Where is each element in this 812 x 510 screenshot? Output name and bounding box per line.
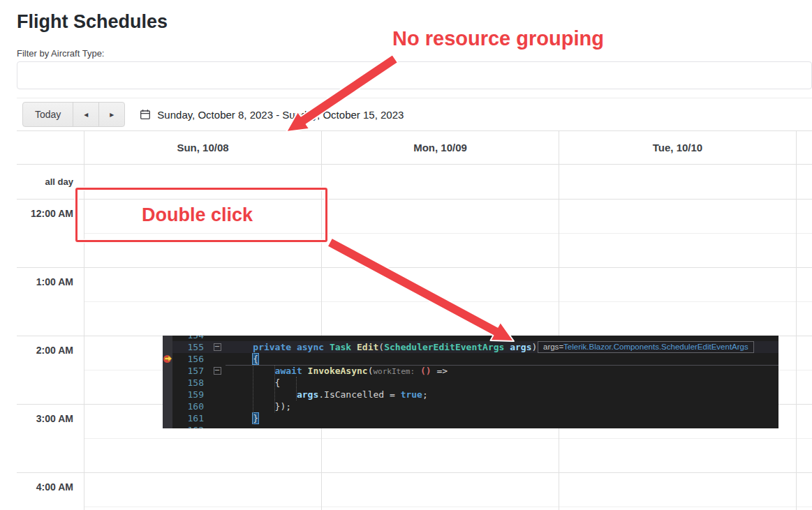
header-time-spacer [17,131,84,164]
today-button[interactable]: Today [22,102,73,127]
indent-guide [253,353,253,424]
time-slot[interactable] [84,473,321,510]
day-header-next [796,131,812,164]
time-slot[interactable] [796,200,812,267]
datatip-value: Telerik.Blazor.Components.SchedulerEditE… [563,341,748,353]
time-label: 1:00 AM [17,268,84,336]
indent-guide [274,365,275,412]
line-number: 162 [172,424,209,428]
line-number: 158 [172,377,209,389]
code-editor-screenshot: 154155− private async Task Edit(Schedule… [163,336,778,428]
code-line: 162 [163,424,778,428]
time-slot[interactable] [559,200,796,267]
datatip-variable: args [543,341,559,353]
chevron-right-icon: ▸ [110,110,114,119]
current-statement-arrow-icon [164,354,172,363]
time-label: 12:00 AM [17,200,84,267]
datatip-equals: = [559,341,563,353]
code-fold-icon: − [214,367,221,375]
time-label: 2:00 AM [17,336,84,404]
line-number: 160 [172,400,209,412]
code-line: 159 args.IsCancelled = true; [163,389,778,400]
prev-button[interactable]: ◂ [73,102,99,127]
double-click-annotation: Double click [142,204,253,226]
flight-scheduler: Today ◂ ▸ Sunday, October 8, 2023 - Sund… [17,98,812,510]
page-title: Flight Schedules [17,11,168,33]
code-line: 160 }); [163,400,778,412]
current-line-separator [226,365,778,366]
line-number: 156 [172,353,209,365]
all-day-cell[interactable] [559,165,796,199]
all-day-cell[interactable] [796,165,812,199]
time-slot[interactable] [796,405,812,472]
day-header-tue: Tue, 10/10 [559,131,796,164]
time-slot[interactable] [321,473,559,510]
time-slot[interactable] [321,200,559,267]
time-label: 3:00 AM [17,405,84,472]
line-number: 154 [172,336,209,341]
nav-button-group: Today ◂ ▸ [22,102,125,127]
line-number: 157 [172,365,209,377]
time-slot[interactable] [796,268,812,336]
time-slot[interactable] [84,268,321,336]
code-fold-icon: − [214,343,221,351]
time-slot[interactable] [559,268,796,336]
calendar-icon [140,109,151,120]
scheduler-toolbar: Today ◂ ▸ Sunday, October 8, 2023 - Sund… [17,98,812,131]
debugger-datatip: args = Telerik.Blazor.Components.Schedul… [538,341,754,353]
hour-row: 1:00 AM [17,268,812,336]
time-slot[interactable] [796,473,812,510]
line-number: 155 [172,341,209,353]
indent-guide [296,377,297,400]
time-label: 4:00 AM [17,473,84,510]
code-line: 154 [163,336,778,341]
line-number: 161 [172,412,209,424]
code-line: 161 } [163,412,778,424]
day-header-mon: Mon, 10/09 [321,131,559,164]
day-header-sun: Sun, 10/08 [84,131,321,164]
all-day-label: all day [17,165,84,199]
aircraft-type-filter-input[interactable] [17,61,812,89]
day-header-row: Sun, 10/08 Mon, 10/09 Tue, 10/10 [17,131,812,165]
code-line: 156 { [163,353,778,365]
filter-label: Filter by Aircraft Type: [17,48,104,59]
chevron-left-icon: ◂ [84,110,88,119]
no-grouping-annotation: No resource grouping [392,27,604,50]
date-range-button[interactable]: Sunday, October 8, 2023 - Sunday, Octobe… [140,109,404,121]
code-line: 158 { [163,377,778,389]
line-number: 159 [172,389,209,400]
time-slot[interactable] [559,473,796,510]
code-line: 157− await InvokeAsync(workItem: () => [163,365,778,377]
hour-row: 4:00 AM [17,473,812,510]
all-day-cell[interactable] [321,165,559,199]
next-button[interactable]: ▸ [98,102,125,127]
time-slot[interactable] [796,336,812,404]
date-range-label: Sunday, October 8, 2023 - Sunday, Octobe… [157,109,404,121]
time-slot[interactable] [321,268,559,336]
